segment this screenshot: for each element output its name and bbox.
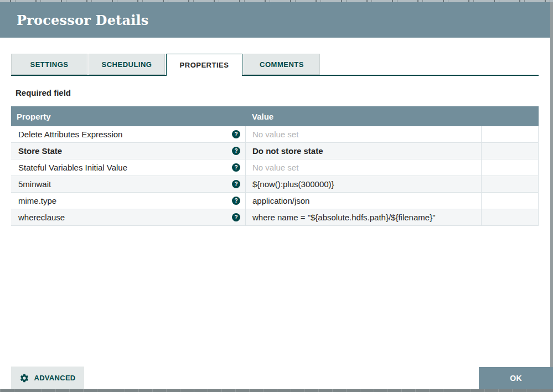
tab-bar: SETTINGSSCHEDULINGPROPERTIESCOMMENTS [11,54,320,76]
property-value: where name = "${absolute.hdfs.path}/${fi… [252,213,435,222]
property-name: 5minwait [18,179,51,189]
help-icon[interactable]: ? [232,147,240,155]
property-value: No value set [252,130,298,139]
advanced-button-label: ADVANCED [34,374,75,382]
property-name: whereclause [18,213,65,222]
extra-cell [481,143,538,159]
property-value: No value set [252,163,298,172]
tab-properties[interactable]: PROPERTIES [166,54,242,76]
column-header-value: Value [245,112,481,121]
properties-table-header: Property Value [11,106,539,126]
property-cell: 5minwait? [11,176,245,192]
dialog-header: Processor Details [0,2,553,38]
property-name: Store State [18,146,62,156]
properties-table-rows: Delete Attributes Expression?No value se… [11,126,539,226]
help-icon[interactable]: ? [232,213,240,221]
help-icon[interactable]: ? [232,197,240,205]
table-row: Store State?Do not store state [11,143,538,159]
processor-details-dialog: Processor Details SETTINGSSCHEDULINGPROP… [0,0,553,392]
table-row: mime.type?application/json [11,193,538,209]
ok-button[interactable]: OK [479,367,553,389]
window-edge-strip [550,0,553,392]
properties-table: Property Value Delete Attributes Express… [11,106,539,226]
value-cell[interactable]: No value set [245,159,481,176]
help-icon[interactable]: ? [232,130,240,138]
help-icon[interactable]: ? [232,180,240,188]
gear-icon [19,373,29,383]
table-row: Stateful Variables Initial Value?No valu… [11,159,538,176]
extra-cell [481,176,538,192]
table-row: Delete Attributes Expression?No value se… [11,126,538,143]
table-row: 5minwait?${now():plus(300000)} [11,176,538,193]
value-cell[interactable]: Do not store state [245,143,481,159]
property-cell: Delete Attributes Expression? [11,126,245,142]
table-row: whereclause?where name = "${absolute.hdf… [11,209,538,226]
property-cell: mime.type? [11,193,245,209]
property-value: ${now():plus(300000)} [252,179,334,189]
tab-scheduling[interactable]: SCHEDULING [89,54,165,75]
property-value: application/json [252,196,309,205]
column-header-property: Property [11,112,245,121]
value-cell[interactable]: ${now():plus(300000)} [245,176,481,192]
required-field-note: Required field [15,88,71,97]
value-cell[interactable]: No value set [245,126,481,142]
background-page-top-edge [0,0,553,2]
property-name: mime.type [18,196,56,205]
extra-cell [481,193,538,209]
property-cell: whereclause? [11,209,245,225]
extra-cell [481,159,538,176]
extra-cell [481,209,538,225]
advanced-button[interactable]: ADVANCED [11,367,84,389]
help-icon[interactable]: ? [232,163,240,172]
value-cell[interactable]: where name = "${absolute.hdfs.path}/${fi… [245,209,481,225]
property-cell: Store State? [11,143,245,159]
property-cell: Stateful Variables Initial Value? [11,159,245,176]
extra-cell [481,126,538,142]
property-name: Stateful Variables Initial Value [18,163,127,172]
property-name: Delete Attributes Expression [18,130,122,139]
value-cell[interactable]: application/json [245,193,481,209]
tab-comments[interactable]: COMMENTS [244,54,320,75]
canvas-bottom-edge [0,389,553,392]
dialog-title: Processor Details [17,12,148,28]
tab-settings[interactable]: SETTINGS [11,54,87,75]
property-value: Do not store state [252,146,323,156]
